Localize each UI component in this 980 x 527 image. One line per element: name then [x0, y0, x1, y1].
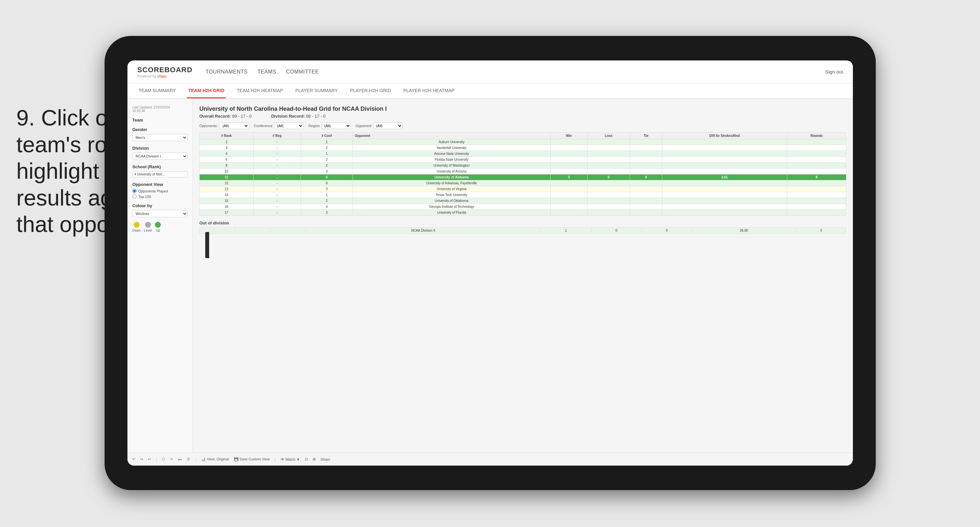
filter-opponents-label: Opponents: — [199, 124, 218, 128]
toolbar-hex[interactable]: ⬡ — [162, 457, 165, 461]
cell-opponent: Texas Tech University — [353, 192, 550, 198]
header-diff: Diff Av Strokes/Rnd — [662, 133, 787, 139]
cell-reg: - — [253, 210, 301, 216]
table-row[interactable]: 12-6University of Arkansas, Fayetteville — [200, 180, 846, 186]
toolbar-share[interactable]: Share — [321, 457, 330, 461]
toolbar-sep2: | — [195, 457, 196, 462]
legend-level-dot — [145, 222, 151, 228]
toolbar-save-custom[interactable]: 💾 Save Custom View — [234, 457, 270, 461]
cell-rank: 16 — [200, 204, 254, 210]
table-row[interactable]: 15-2University of Oklahoma — [200, 198, 846, 204]
filter-opponents-select[interactable]: (All) — [220, 123, 249, 129]
subnav-player-summary[interactable]: PLAYER SUMMARY — [294, 83, 339, 98]
cell-conf: 2 — [301, 157, 353, 163]
legend-up: Up — [155, 222, 161, 232]
filter-opponent-select[interactable]: (All) — [373, 123, 402, 129]
cell-win — [550, 204, 587, 210]
cell-opponent: Vanderbilt University — [353, 145, 550, 151]
table-row[interactable]: 6-2Florida State University — [200, 157, 846, 163]
cell-rounds: 8 — [787, 175, 846, 180]
nav-teams[interactable]: TEAMS — [258, 67, 277, 76]
sub-nav: TEAM SUMMARY TEAM H2H GRID TEAM H2H HEAT… — [127, 83, 853, 99]
logo-powered: Powered by clippi — [137, 74, 192, 78]
table-row[interactable]: 16-4Georgia Institute of Technology — [200, 204, 846, 210]
subnav-team-h2h-heatmap[interactable]: TEAM H2H HEATMAP — [235, 83, 284, 98]
nav-items: TOURNAMENTS TEAMS COMMITTEE — [205, 67, 825, 76]
table-row[interactable]: 10-3University of Arizona — [200, 169, 846, 175]
toolbar-clock[interactable]: ⏱ — [186, 457, 190, 461]
table-row[interactable]: 3-2Vanderbilt University — [200, 145, 846, 151]
colour-by-label: Colour by — [132, 203, 188, 208]
cell-reg: - — [253, 204, 301, 210]
cell-opponent: University of Florida — [353, 210, 550, 216]
toolbar-watch[interactable]: 👁 Watch ▼ — [281, 457, 300, 461]
subnav-player-h2h-grid[interactable]: PLAYER H2H GRID — [349, 83, 392, 98]
toolbar-cut[interactable]: ✂ — [170, 457, 173, 461]
cell-rank: 10 — [200, 169, 254, 175]
cell-opponent: University of Oklahoma — [353, 198, 550, 204]
cell-reg: - — [253, 192, 301, 198]
toolbar-view-original[interactable]: 📊 View: Original — [201, 457, 229, 461]
out-of-division-row[interactable]: NCAA Division II 1 0 0 26.00 3 — [200, 228, 846, 234]
radio-opponents-played[interactable]: Opponents Played — [132, 189, 188, 193]
gender-label: Gender — [132, 127, 188, 132]
cell-conf: 6 — [301, 180, 353, 186]
header-tie: Tie — [630, 133, 662, 139]
header-reg: # Reg — [253, 133, 301, 139]
cell-rounds — [787, 180, 846, 186]
filter-region-select[interactable]: (All) — [321, 123, 351, 129]
cell-win — [550, 180, 587, 186]
tablet-side-button[interactable] — [205, 232, 209, 258]
toolbar-dot[interactable]: ••• — [178, 457, 182, 461]
cell-tie — [630, 210, 662, 216]
cell-loss — [587, 192, 630, 198]
cell-win — [550, 186, 587, 192]
out-of-division-header: Out of division — [199, 221, 846, 225]
cell-opponent: Arizona State University — [353, 151, 550, 157]
cell-rounds — [787, 186, 846, 192]
toolbar-undo[interactable]: ↩ — [132, 457, 135, 461]
cell-diff — [662, 192, 787, 198]
table-row[interactable]: 17-3University of Florida — [200, 210, 846, 216]
table-row[interactable]: 8-2University of Washington — [200, 163, 846, 169]
radio-top100[interactable]: Top 100 — [132, 194, 188, 199]
gender-select[interactable]: Men's — [132, 134, 188, 141]
cell-rounds — [787, 151, 846, 157]
cell-reg: - — [253, 163, 301, 169]
table-row[interactable]: 14-1Texas Tech University — [200, 192, 846, 198]
toolbar-back[interactable]: ↩ — [148, 457, 151, 461]
cell-tie — [630, 151, 662, 157]
sign-out-link[interactable]: Sign out — [825, 69, 843, 75]
subnav-team-h2h-grid[interactable]: TEAM H2H GRID — [187, 83, 226, 98]
opponent-view-radios: Opponents Played Top 100 — [132, 189, 188, 199]
cell-diff — [662, 139, 787, 145]
cell-opponent: University of Arkansas, Fayetteville — [353, 180, 550, 186]
toolbar-grid-large[interactable]: ⊞ — [313, 457, 316, 461]
subnav-player-h2h-heatmap[interactable]: PLAYER H2H HEATMAP — [402, 83, 456, 98]
main-content: Last Updated: 27/03/2024 16:55:38 Team G… — [127, 99, 853, 452]
nav-committee[interactable]: COMMITTEE — [286, 67, 319, 76]
table-row[interactable]: 11-5University of Alabama3002.618 — [200, 175, 846, 180]
table-row[interactable]: 4-1Arizona State University — [200, 151, 846, 157]
cell-conf: 2 — [301, 198, 353, 204]
cell-rank: 13 — [200, 186, 254, 192]
table-row[interactable]: 2-1Auburn University — [200, 139, 846, 145]
filter-conference: Conference (All) — [254, 123, 304, 129]
table-row[interactable]: 13-3University of Virginia — [200, 186, 846, 192]
colour-by-select[interactable]: Win/loss — [132, 210, 188, 217]
filter-conference-select[interactable]: (All) — [274, 123, 304, 129]
cell-rank: 11 — [200, 175, 254, 180]
cell-reg: - — [253, 198, 301, 204]
cell-diff — [662, 163, 787, 169]
cell-rank: 6 — [200, 157, 254, 163]
division-select[interactable]: NCAA Division I — [132, 153, 188, 160]
cell-diff: 2.61 — [662, 175, 787, 180]
grid-records: Overall Record: 89 - 17 - 0 Division Rec… — [199, 114, 846, 119]
filter-opponents: Opponents: (All) — [199, 123, 249, 129]
toolbar-grid-small[interactable]: ⊡ — [305, 457, 308, 461]
nav-tournaments[interactable]: TOURNAMENTS — [205, 67, 248, 76]
ood-reg — [235, 228, 270, 234]
cell-rounds — [787, 204, 846, 210]
subnav-team-summary[interactable]: TEAM SUMMARY — [137, 83, 177, 98]
toolbar-redo[interactable]: ↪ — [140, 457, 143, 461]
